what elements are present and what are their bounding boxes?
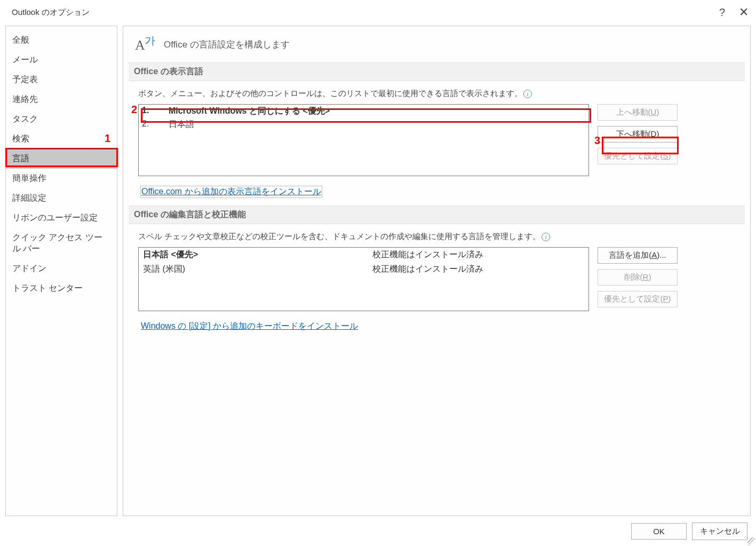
close-icon[interactable]: ✕ [739,6,749,18]
sidebar-item-ribbon[interactable]: リボンのユーザー設定 [6,208,117,228]
display-item-1[interactable]: 1. Microsoft Windows と同じにする <優先> [139,105,588,118]
move-up-button: 上へ移動(U) [598,104,678,121]
sidebar-item-ease[interactable]: 簡単操作 [6,169,117,188]
sidebar-item-search[interactable]: 検索 [6,129,117,149]
sidebar-item-calendar[interactable]: 予定表 [6,70,117,90]
ok-button[interactable]: OK [631,523,687,540]
set-preferred-edit-button: 優先として設定(P) [598,291,678,307]
sidebar: 全般 メール 予定表 連絡先 タスク 検索 言語 簡単操作 詳細設定 リボンのユ… [5,26,117,516]
sidebar-item-qat[interactable]: クイック アクセス ツール バー [6,228,117,259]
display-language-listbox[interactable]: 1. Microsoft Windows と同じにする <優先> 2. 日本語 [138,104,589,176]
help-icon[interactable]: ? [719,7,725,18]
sidebar-item-addins[interactable]: アドイン [6,259,117,279]
install-keyboard-link[interactable]: Windows の [設定] から追加のキーボードをインストール [140,321,359,332]
info-icon[interactable]: i [542,233,550,241]
sidebar-item-tasks[interactable]: タスク [6,109,117,129]
sidebar-item-general[interactable]: 全般 [6,30,117,50]
dialog-footer: OK キャンセル [0,516,756,546]
svg-text:가: 가 [145,35,155,46]
remove-language-button: 削除(R) [598,269,678,286]
set-preferred-display-button: 優先として設定(S) [598,148,678,164]
edit-language-listbox[interactable]: 日本語 <優先> 校正機能はインストール済み 英語 (米国) 校正機能はインスト… [138,247,589,311]
move-down-button[interactable]: 下へ移動(D) [598,126,678,143]
cancel-button[interactable]: キャンセル [692,523,747,540]
edit-item-2[interactable]: 英語 (米国) 校正機能はインストール済み [139,262,588,276]
edit-desc: スペル チェックや文章校正などの校正ツールを含む、ドキュメントの作成や編集に使用… [138,232,743,242]
page-title: Office の言語設定を構成します [164,38,290,51]
svg-text:A: A [135,37,145,53]
edit-item-1[interactable]: 日本語 <優先> 校正機能はインストール済み [139,248,588,262]
resize-grip[interactable] [747,537,755,545]
sidebar-item-language[interactable]: 言語 [6,149,117,169]
section-header-display: Office の表示言語 [129,62,745,81]
page-header: A 가 Office の言語設定を構成します [129,33,745,62]
content-pane: A 가 Office の言語設定を構成します Office の表示言語 ボタン、… [123,26,751,516]
titlebar: Outlook のオプション ? ✕ [0,0,756,21]
install-display-language-link[interactable]: Office.com から追加の表示言語をインストール [140,186,322,198]
add-language-button[interactable]: 言語を追加(A)... [598,247,678,264]
sidebar-item-mail[interactable]: メール [6,50,117,70]
sidebar-item-advanced[interactable]: 詳細設定 [6,188,117,208]
display-item-2[interactable]: 2. 日本語 [139,118,588,131]
language-icon: A 가 [135,35,156,54]
info-icon[interactable]: i [523,90,532,98]
sidebar-item-trustcenter[interactable]: トラスト センター [6,279,117,298]
display-desc: ボタン、メニュー、およびその他のコントロールは、このリストで最初に使用できる言語… [138,89,743,99]
window-title: Outlook のオプション [12,7,90,18]
sidebar-item-contacts[interactable]: 連絡先 [6,90,117,109]
section-header-edit: Office の編集言語と校正機能 [129,205,745,224]
